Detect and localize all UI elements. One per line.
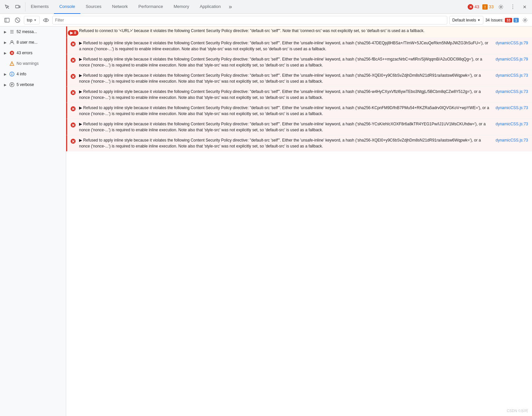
console-sidebar: ▶ 52 messa... ▶ 8 user me... ▶ <box>0 26 66 416</box>
sidebar-item-errors[interactable]: ▶ ✕ 43 errors <box>0 48 66 58</box>
log-text-6: ▶ Refused to apply inline style because … <box>79 137 490 149</box>
log-entry-3: ✕ ▶ Refused to apply inline style becaus… <box>66 87 532 103</box>
expand-verbose-icon: ▶ <box>4 83 7 87</box>
expand-info-icon: ▶ <box>4 72 7 76</box>
svg-text:✕: ✕ <box>71 123 75 128</box>
sidebar-item-messages[interactable]: ▶ 52 messa... <box>0 26 66 37</box>
settings-button[interactable] <box>496 2 506 12</box>
svg-text:✕: ✕ <box>71 139 75 144</box>
sidebar-item-verbose[interactable]: ▶ 5 verbose <box>0 79 66 90</box>
user-icon <box>9 40 15 45</box>
svg-rect-8 <box>5 18 9 22</box>
device-toolbar-icon[interactable] <box>13 2 22 12</box>
warning-badge[interactable]: ! 33 <box>482 4 494 10</box>
info-circle-icon: i <box>9 71 15 77</box>
more-options-button[interactable]: ⋮ <box>508 2 517 12</box>
warning-triangle-icon <box>9 61 15 66</box>
filter-input[interactable] <box>52 16 447 24</box>
tab-application[interactable]: Application <box>195 0 226 14</box>
tab-elements[interactable]: Elements <box>25 0 54 14</box>
svg-point-12 <box>45 19 47 21</box>
dropdown-arrow-icon: ▼ <box>34 19 37 22</box>
svg-text:!: ! <box>484 5 486 9</box>
log-text-5: ▶ Refused to apply inline style because … <box>79 121 490 133</box>
error-badge[interactable]: ✕ 43 <box>467 4 479 10</box>
log-entry-0: ✕ ▶ Refused to apply inline style becaus… <box>66 38 532 54</box>
tab-console[interactable]: Console <box>54 0 80 14</box>
console-toolbar: top ▼ Default levels ▼ 34 Issues: 33 1 <box>0 14 532 26</box>
expand-messages-icon: ▶ <box>4 30 7 34</box>
svg-text:✕: ✕ <box>71 91 75 95</box>
verbose-icon <box>9 82 15 87</box>
live-expression-button[interactable] <box>42 16 50 24</box>
log-text-4: ▶ Refused to apply inline style because … <box>79 105 490 117</box>
issues-msg-count: 1 <box>513 18 519 22</box>
sidebar-item-info[interactable]: ▶ i 4 info <box>0 69 66 79</box>
log-source-0[interactable]: dynamicCSS.js:79 <box>496 40 528 46</box>
issues-counter[interactable]: 34 Issues: 33 1 <box>485 18 519 22</box>
sidebar-item-warnings[interactable]: ▶ No warnings <box>0 58 66 69</box>
log-text-0: ▶ Refused to apply inline style because … <box>79 40 490 52</box>
expand-errors-icon: ▶ <box>4 51 7 55</box>
sidebar-toggle-button[interactable] <box>3 16 11 24</box>
error-icon-1: ✕ <box>70 57 76 63</box>
error-icon-6: ✕ <box>70 138 76 145</box>
error-icon-4: ✕ <box>70 105 76 112</box>
list-icon <box>9 29 15 34</box>
error-icon-5: ✕ <box>70 122 76 128</box>
log-source-1[interactable]: dynamicCSS.js:79 <box>496 56 528 62</box>
svg-text:✕: ✕ <box>71 42 75 47</box>
log-text-1: ▶ Refused to apply inline style because … <box>79 56 490 68</box>
svg-point-7 <box>500 6 502 8</box>
levels-arrow-icon: ▼ <box>477 19 480 22</box>
svg-text:✕: ✕ <box>11 51 13 55</box>
log-source-3[interactable]: dynamicCSS.js:73 <box>496 89 528 95</box>
error-icon-3: ✕ <box>70 89 76 96</box>
log-entry-5: ✕ ▶ Refused to apply inline style becaus… <box>66 119 532 135</box>
tab-performance[interactable]: Performance <box>133 0 168 14</box>
issues-error-count: 33 <box>505 18 512 22</box>
inspect-icon[interactable] <box>3 2 12 12</box>
error-icon: ✕ <box>467 4 473 10</box>
svg-point-21 <box>12 64 12 65</box>
log-source-4[interactable]: dynamicCSS.js:73 <box>496 105 528 111</box>
log-entry-2: ✕ ▶ Refused to apply inline style becaus… <box>66 70 532 87</box>
svg-rect-1 <box>16 5 19 8</box>
log-text-3: ▶ Refused to apply inline style because … <box>79 89 490 101</box>
console-content: ▶ 8 Refused to connect to '<URL>' becaus… <box>66 26 532 416</box>
eye-icon <box>43 18 49 22</box>
devtools-icons <box>3 2 25 12</box>
log-text-2: ▶ Refused to apply inline style because … <box>79 72 490 84</box>
svg-text:✕: ✕ <box>469 5 472 9</box>
log-text-connect: Refused to connect to '<URL>' because it… <box>79 28 528 33</box>
tab-network[interactable]: Network <box>107 0 133 14</box>
log-entry-1: ✕ ▶ Refused to apply inline style becaus… <box>66 54 532 70</box>
svg-point-13 <box>524 19 526 21</box>
svg-line-11 <box>16 19 19 21</box>
console-settings-button[interactable] <box>521 16 529 24</box>
close-button[interactable]: ✕ <box>520 2 529 12</box>
error-icon-0: ✕ <box>70 41 76 47</box>
log-source-5[interactable]: dynamicCSS.js:73 <box>496 121 528 127</box>
clear-console-button[interactable] <box>13 16 22 24</box>
tab-memory[interactable]: Memory <box>168 0 195 14</box>
expand-user-messages-icon: ▶ <box>4 41 7 44</box>
tab-sources[interactable]: Sources <box>80 0 107 14</box>
context-selector[interactable]: top ▼ <box>24 16 40 24</box>
console-settings-icon <box>522 18 528 23</box>
clear-icon <box>15 18 20 23</box>
more-tabs-button[interactable]: » <box>226 0 235 14</box>
warning-icon: ! <box>482 4 488 10</box>
log-entry-connect: ▶ 8 Refused to connect to '<URL>' becaus… <box>66 26 532 38</box>
log-source-6[interactable]: dynamicCSS.js:73 <box>496 137 528 143</box>
svg-line-0 <box>7 7 9 9</box>
log-source-2[interactable]: dynamicCSS.js:73 <box>496 72 528 78</box>
top-toolbar: Elements Console Sources Network Perform… <box>0 0 532 14</box>
top-bar-right: ✕ 43 ! 33 ⋮ ✕ <box>467 2 529 12</box>
log-entry-6: ✕ ▶ Refused to apply inline style becaus… <box>66 135 532 151</box>
default-levels-button[interactable]: Default levels ▼ <box>449 16 483 24</box>
log-entry-4: ✕ ▶ Refused to apply inline style becaus… <box>66 103 532 119</box>
sidebar-item-user-messages[interactable]: ▶ 8 user me... <box>0 37 66 48</box>
svg-rect-2 <box>19 6 20 8</box>
svg-text:✕: ✕ <box>71 74 75 79</box>
